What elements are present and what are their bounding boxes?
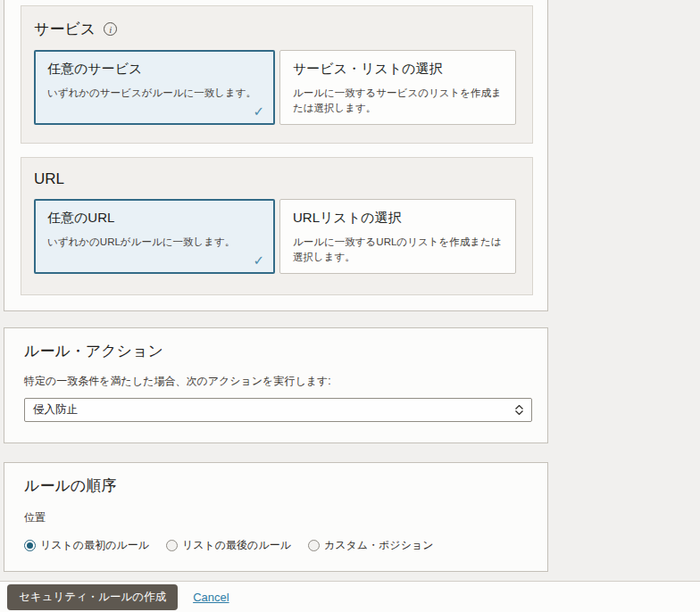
card-title: サービス・リストの選択 [293,61,503,78]
cancel-link[interactable]: Cancel [193,591,229,604]
service-section-title: サービス i [34,19,518,39]
position-radio-group: リストの最初のルール リストの最後のルール カスタム・ポジション [24,538,532,553]
radio-unselected-icon [308,540,320,551]
select-stepper-icon [515,405,523,415]
checkmark-icon: ✓ [253,103,264,120]
card-any-url[interactable]: 任意のURL いずれかのURLがルールに一致します。 ✓ [34,199,275,274]
card-title: URLリストの選択 [293,210,503,227]
service-title-text: サービス [34,19,96,39]
rule-action-selected-value: 侵入防止 [33,402,78,418]
position-label: 位置 [24,510,532,525]
radio-first-rule[interactable]: リストの最初のルール [24,538,149,553]
radio-label: カスタム・ポジション [324,538,434,553]
rule-action-panel: ルール・アクション 特定の一致条件を満たした場合、次のアクションを実行します: … [4,327,548,443]
card-description: ルールに一致するサービスのリストを作成または選択します。 [293,86,503,115]
footer-action-bar: セキュリティ・ルールの作成 Cancel [0,581,700,612]
match-criteria-panel: サービス i 任意のサービス いずれかのサービスがルールに一致します。 ✓ サー… [4,0,548,311]
rule-order-title: ルールの順序 [24,476,532,496]
card-description: いずれかのサービスがルールに一致します。 [47,86,262,101]
checkmark-icon: ✓ [253,252,264,269]
card-select-url-list[interactable]: URLリストの選択 ルールに一致するURLのリストを作成または選択します。 [279,199,516,274]
rule-action-description: 特定の一致条件を満たした場合、次のアクションを実行します: [24,374,532,389]
card-title: 任意のサービス [47,61,262,78]
url-section: URL 任意のURL いずれかのURLがルールに一致します。 ✓ URLリストの… [21,157,533,295]
card-description: いずれかのURLがルールに一致します。 [47,235,262,250]
info-icon[interactable]: i [104,22,117,36]
radio-unselected-icon [166,540,178,551]
service-section: サービス i 任意のサービス いずれかのサービスがルールに一致します。 ✓ サー… [21,5,533,144]
rule-order-panel: ルールの順序 位置 リストの最初のルール リストの最後のルール カスタム・ポジシ… [4,462,548,572]
radio-selected-icon [24,540,36,551]
radio-label: リストの最初のルール [40,538,149,553]
card-description: ルールに一致するURLのリストを作成または選択します。 [293,235,503,264]
card-select-service-list[interactable]: サービス・リストの選択 ルールに一致するサービスのリストを作成または選択します。 [279,50,516,125]
rule-action-select[interactable]: 侵入防止 [24,398,532,422]
radio-last-rule[interactable]: リストの最後のルール [166,538,291,553]
card-any-service[interactable]: 任意のサービス いずれかのサービスがルールに一致します。 ✓ [34,50,275,125]
radio-custom-position[interactable]: カスタム・ポジション [308,538,434,553]
create-security-rule-button[interactable]: セキュリティ・ルールの作成 [7,584,178,610]
url-title-text: URL [34,170,64,188]
url-section-title: URL [34,170,518,188]
radio-label: リストの最後のルール [182,538,291,553]
card-title: 任意のURL [47,210,262,227]
rule-action-title: ルール・アクション [24,341,532,361]
